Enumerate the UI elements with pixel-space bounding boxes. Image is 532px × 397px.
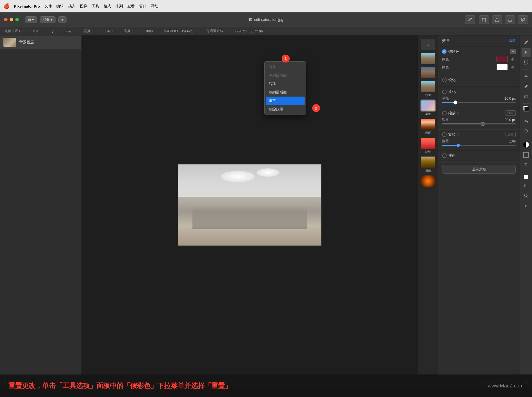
thumb-flare[interactable]: 闪耀 — [420, 118, 436, 136]
layer-item[interactable]: 背景图层 — [0, 35, 81, 49]
svg-point-15 — [527, 122, 528, 123]
menu-item-arrange[interactable]: 排列 — [116, 4, 123, 9]
sparkle-tool[interactable] — [522, 72, 531, 81]
thumb-soften[interactable]: 柔化 — [420, 99, 436, 117]
menu-item-window[interactable]: 窗口 — [139, 4, 147, 9]
color1-label: 颜色 — [442, 57, 449, 62]
context-menu-forward[interactable]: 前移 — [265, 63, 306, 71]
annotation-tool-button[interactable] — [465, 15, 475, 24]
color2-swatch[interactable] — [496, 64, 508, 70]
color2-row: 颜色 ⊕ — [442, 64, 516, 70]
menu-item-insert[interactable]: 插入 — [68, 4, 76, 9]
thumb-2[interactable] — [420, 66, 436, 79]
rect-shape-tool[interactable] — [522, 150, 531, 159]
view-mode-button[interactable]: ⊞ ▾ — [25, 16, 37, 23]
width-label: 宽度： — [84, 29, 94, 34]
texture-tool[interactable] — [522, 181, 531, 190]
toolbar-divider-3 — [523, 114, 529, 114]
context-menu-reset[interactable]: 重置 — [266, 97, 305, 105]
soften-slider[interactable] — [442, 102, 516, 103]
thumb-distort[interactable]: 扭曲 — [420, 155, 436, 174]
export-button[interactable] — [492, 15, 502, 24]
rect-shape-icon — [523, 152, 529, 158]
info-bar: 光标位置 x: 2648 y: -670 宽度： 1920 高度： 1080 s… — [0, 27, 532, 35]
color2-eyedropper[interactable]: ⊕ — [509, 64, 516, 70]
svg-rect-5 — [495, 20, 499, 22]
close-button[interactable] — [4, 18, 8, 21]
show-original-button[interactable]: 显示原始 — [442, 165, 516, 174]
effect-distort-name: 扭曲 — [448, 153, 516, 158]
effect-rotate-name: 旋转 ∨ — [448, 132, 504, 137]
thumb-sharpen[interactable]: 锐化 — [420, 80, 436, 98]
paint-fill-tool[interactable] — [522, 116, 531, 125]
text-tool[interactable]: T — [522, 160, 531, 169]
rotate-slider[interactable] — [442, 145, 516, 146]
soften-param-label: 半径 — [442, 96, 449, 101]
menu-item-edit[interactable]: 编辑 — [56, 4, 64, 9]
menu-item-tools[interactable]: 工具 — [92, 4, 99, 9]
circle-half-tool[interactable] — [522, 140, 531, 149]
effect-zoom-edit[interactable]: 编辑 — [506, 110, 516, 116]
zoom-button[interactable]: 40% ▾ — [40, 16, 56, 23]
thumb-none[interactable]: 无 — [420, 38, 436, 51]
svg-point-22 — [524, 194, 527, 197]
svg-rect-12 — [524, 61, 528, 64]
effect-fake-color-checkbox[interactable] — [442, 49, 447, 54]
fullscreen-button[interactable] — [15, 18, 19, 21]
watermark: www.MacZ.com — [488, 383, 524, 389]
thumb-bokeh[interactable]: 旋转 — [420, 137, 436, 155]
thumb-sharpen-img — [421, 81, 435, 92]
context-menu-bring-front[interactable]: 移到最前面 — [265, 71, 306, 80]
effect-rotate-checkbox[interactable] — [442, 132, 447, 137]
color1-eyedropper[interactable]: ⊕ — [509, 56, 516, 62]
pen-tool[interactable] — [522, 82, 531, 91]
circle-half-icon — [523, 142, 529, 148]
apple-menu-icon[interactable]: 🍎 — [3, 3, 10, 9]
document-icon: 🖼 — [249, 17, 252, 22]
zoom-label: 40% — [43, 18, 50, 22]
effects-title: 效果 — [442, 38, 450, 43]
crop-tool-button[interactable] — [479, 15, 489, 24]
expand-button[interactable]: » — [522, 201, 531, 210]
menu-item-view[interactable]: 查看 — [127, 4, 135, 9]
clone-tool[interactable] — [522, 126, 531, 135]
effect-sharpen: 锐化 — [438, 75, 520, 87]
menu-item-file[interactable]: 文件 — [45, 4, 52, 9]
thumb-stars-img — [421, 175, 435, 187]
effect-zoom-checkbox[interactable] — [442, 111, 447, 115]
effect-soften: 柔化 半径 10.0 px — [438, 87, 520, 108]
effect-soften-checkbox[interactable] — [442, 90, 447, 94]
context-menu-send-back[interactable]: 移到最后面 — [265, 88, 306, 97]
paint-brush-tool[interactable] — [522, 38, 531, 47]
search-tool[interactable] — [522, 191, 531, 200]
context-menu-remove[interactable]: 移除效果 — [265, 105, 306, 113]
zoom-slider[interactable] — [442, 123, 516, 124]
menu-item-help[interactable]: 帮助 — [151, 4, 158, 9]
add-layer-button[interactable]: + — [58, 16, 66, 23]
minimize-button[interactable] — [10, 18, 13, 21]
color-palette[interactable] — [523, 106, 529, 111]
select-tool[interactable] — [522, 48, 531, 57]
context-menu-backward[interactable]: 后移 — [265, 80, 306, 88]
color-white-black[interactable] — [523, 174, 529, 180]
share-button[interactable] — [505, 15, 515, 24]
thumb-1[interactable] — [420, 52, 436, 65]
canvas-area[interactable] — [82, 35, 418, 374]
effect-rotate-edit[interactable]: 编辑 — [506, 132, 516, 137]
menu-item-image[interactable]: 图像 — [80, 4, 87, 9]
svg-line-23 — [527, 197, 528, 198]
selection-rect-tool[interactable] — [522, 58, 531, 67]
effect-soften-name: 柔化 — [448, 89, 516, 94]
eraser-tool[interactable] — [522, 92, 531, 101]
add-effect-button[interactable]: 添加 — [508, 38, 516, 43]
color1-swatch[interactable] — [496, 56, 508, 62]
adjustments-button[interactable] — [518, 15, 528, 24]
thumb-stars[interactable] — [420, 174, 436, 188]
effect-fake-color-dropdown[interactable]: ▾ — [510, 49, 516, 54]
effect-sharpen-checkbox[interactable] — [442, 78, 447, 82]
effect-distort-checkbox[interactable] — [442, 153, 447, 158]
thumb-sharpen-label: 锐化 — [425, 93, 431, 97]
traffic-lights — [4, 18, 19, 21]
step-badge-1: 1 — [282, 55, 290, 63]
menu-item-format[interactable]: 格式 — [104, 4, 111, 9]
